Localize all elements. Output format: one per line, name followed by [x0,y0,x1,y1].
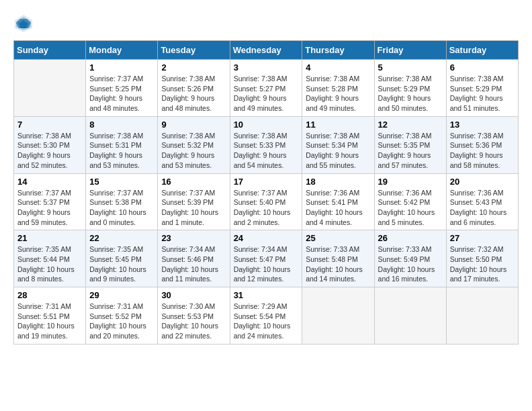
calendar-cell: 28Sunrise: 7:31 AMSunset: 5:51 PMDayligh… [14,287,86,345]
day-number: 18 [306,177,370,187]
calendar-cell [14,60,86,117]
calendar-cell: 16Sunrise: 7:37 AMSunset: 5:39 PMDayligh… [158,173,230,230]
day-info: Sunrise: 7:38 AMSunset: 5:26 PMDaylight:… [161,74,226,113]
day-info: Sunrise: 7:37 AMSunset: 5:40 PMDaylight:… [234,188,299,228]
day-number: 27 [450,233,515,243]
day-info: Sunrise: 7:31 AMSunset: 5:51 PMDaylight:… [17,302,82,341]
day-number: 25 [306,233,370,243]
day-info: Sunrise: 7:31 AMSunset: 5:52 PMDaylight:… [89,302,154,341]
day-number: 14 [17,177,82,187]
day-info: Sunrise: 7:36 AMSunset: 5:41 PMDaylight:… [306,188,370,228]
week-row-1: 1Sunrise: 7:37 AMSunset: 5:25 PMDaylight… [14,60,519,117]
day-number: 7 [17,120,82,130]
day-info: Sunrise: 7:38 AMSunset: 5:33 PMDaylight:… [234,131,299,171]
day-number: 8 [89,120,154,130]
day-number: 19 [378,177,443,187]
weekday-header-saturday: Saturday [446,41,518,60]
calendar-cell: 6Sunrise: 7:38 AMSunset: 5:29 PMDaylight… [446,60,518,117]
day-info: Sunrise: 7:37 AMSunset: 5:25 PMDaylight:… [89,74,154,113]
day-number: 24 [234,233,299,243]
weekday-header-wednesday: Wednesday [230,41,302,60]
calendar-body: 1Sunrise: 7:37 AMSunset: 5:25 PMDaylight… [14,60,519,345]
day-number: 13 [450,120,515,130]
day-info: Sunrise: 7:36 AMSunset: 5:43 PMDaylight:… [450,188,515,228]
day-info: Sunrise: 7:38 AMSunset: 5:31 PMDaylight:… [89,131,154,171]
logo [13,13,36,34]
day-info: Sunrise: 7:35 AMSunset: 5:45 PMDaylight:… [89,244,154,284]
weekday-header-friday: Friday [374,41,446,60]
day-number: 10 [234,120,299,130]
calendar-cell: 7Sunrise: 7:38 AMSunset: 5:30 PMDaylight… [14,116,86,173]
day-info: Sunrise: 7:38 AMSunset: 5:29 PMDaylight:… [450,74,515,113]
day-number: 5 [378,62,443,73]
day-number: 16 [161,177,226,187]
day-info: Sunrise: 7:37 AMSunset: 5:38 PMDaylight:… [89,188,154,228]
header-row: SundayMondayTuesdayWednesdayThursdayFrid… [14,41,519,60]
calendar-cell [302,287,374,345]
week-row-4: 21Sunrise: 7:35 AMSunset: 5:44 PMDayligh… [14,230,519,287]
calendar-cell: 30Sunrise: 7:30 AMSunset: 5:53 PMDayligh… [158,287,230,345]
day-info: Sunrise: 7:38 AMSunset: 5:35 PMDaylight:… [378,131,443,171]
day-info: Sunrise: 7:30 AMSunset: 5:53 PMDaylight:… [161,302,226,341]
day-info: Sunrise: 7:38 AMSunset: 5:36 PMDaylight:… [450,131,515,171]
calendar-cell: 19Sunrise: 7:36 AMSunset: 5:42 PMDayligh… [374,173,446,230]
day-info: Sunrise: 7:37 AMSunset: 5:39 PMDaylight:… [161,188,226,228]
calendar-header: SundayMondayTuesdayWednesdayThursdayFrid… [14,41,519,60]
calendar-cell: 9Sunrise: 7:38 AMSunset: 5:32 PMDaylight… [158,116,230,173]
day-number: 23 [161,233,226,243]
week-row-3: 14Sunrise: 7:37 AMSunset: 5:37 PMDayligh… [14,173,519,230]
day-info: Sunrise: 7:34 AMSunset: 5:46 PMDaylight:… [161,244,226,284]
calendar-cell: 18Sunrise: 7:36 AMSunset: 5:41 PMDayligh… [302,173,374,230]
day-info: Sunrise: 7:38 AMSunset: 5:34 PMDaylight:… [306,131,370,171]
day-number: 15 [89,177,154,187]
calendar-cell [446,287,518,345]
calendar-cell: 8Sunrise: 7:38 AMSunset: 5:31 PMDaylight… [86,116,158,173]
calendar-cell: 23Sunrise: 7:34 AMSunset: 5:46 PMDayligh… [158,230,230,287]
day-info: Sunrise: 7:33 AMSunset: 5:49 PMDaylight:… [378,244,443,284]
day-number: 1 [89,62,154,73]
day-number: 26 [378,233,443,243]
day-info: Sunrise: 7:37 AMSunset: 5:37 PMDaylight:… [17,188,82,228]
day-number: 29 [89,290,154,300]
day-number: 3 [234,62,299,73]
day-info: Sunrise: 7:34 AMSunset: 5:47 PMDaylight:… [234,244,299,284]
calendar-cell: 10Sunrise: 7:38 AMSunset: 5:33 PMDayligh… [230,116,302,173]
day-info: Sunrise: 7:32 AMSunset: 5:50 PMDaylight:… [450,244,515,284]
calendar-cell: 5Sunrise: 7:38 AMSunset: 5:29 PMDaylight… [374,60,446,117]
day-info: Sunrise: 7:38 AMSunset: 5:29 PMDaylight:… [378,74,443,113]
day-number: 2 [161,62,226,73]
day-number: 4 [306,62,370,73]
day-info: Sunrise: 7:38 AMSunset: 5:27 PMDaylight:… [234,74,299,113]
day-number: 6 [450,62,515,73]
calendar-cell: 29Sunrise: 7:31 AMSunset: 5:52 PMDayligh… [86,287,158,345]
calendar-cell: 22Sunrise: 7:35 AMSunset: 5:45 PMDayligh… [86,230,158,287]
page-header [13,13,519,34]
day-number: 31 [234,290,299,300]
weekday-header-thursday: Thursday [302,41,374,60]
calendar-cell: 20Sunrise: 7:36 AMSunset: 5:43 PMDayligh… [446,173,518,230]
day-number: 20 [450,177,515,187]
day-info: Sunrise: 7:36 AMSunset: 5:42 PMDaylight:… [378,188,443,228]
day-info: Sunrise: 7:35 AMSunset: 5:44 PMDaylight:… [17,244,82,284]
calendar-cell: 1Sunrise: 7:37 AMSunset: 5:25 PMDaylight… [86,60,158,117]
day-number: 12 [378,120,443,130]
calendar-cell: 27Sunrise: 7:32 AMSunset: 5:50 PMDayligh… [446,230,518,287]
calendar-cell: 24Sunrise: 7:34 AMSunset: 5:47 PMDayligh… [230,230,302,287]
day-info: Sunrise: 7:38 AMSunset: 5:32 PMDaylight:… [161,131,226,171]
day-info: Sunrise: 7:38 AMSunset: 5:30 PMDaylight:… [17,131,82,171]
calendar-cell: 21Sunrise: 7:35 AMSunset: 5:44 PMDayligh… [14,230,86,287]
weekday-header-tuesday: Tuesday [158,41,230,60]
calendar-cell: 13Sunrise: 7:38 AMSunset: 5:36 PMDayligh… [446,116,518,173]
day-number: 28 [17,290,82,300]
calendar-cell: 15Sunrise: 7:37 AMSunset: 5:38 PMDayligh… [86,173,158,230]
calendar-cell: 3Sunrise: 7:38 AMSunset: 5:27 PMDaylight… [230,60,302,117]
calendar-cell: 12Sunrise: 7:38 AMSunset: 5:35 PMDayligh… [374,116,446,173]
calendar-table: SundayMondayTuesdayWednesdayThursdayFrid… [13,40,519,345]
day-info: Sunrise: 7:38 AMSunset: 5:28 PMDaylight:… [306,74,370,113]
day-number: 11 [306,120,370,130]
calendar-cell: 2Sunrise: 7:38 AMSunset: 5:26 PMDaylight… [158,60,230,117]
week-row-2: 7Sunrise: 7:38 AMSunset: 5:30 PMDaylight… [14,116,519,173]
weekday-header-monday: Monday [86,41,158,60]
calendar-cell: 26Sunrise: 7:33 AMSunset: 5:49 PMDayligh… [374,230,446,287]
calendar-cell: 25Sunrise: 7:33 AMSunset: 5:48 PMDayligh… [302,230,374,287]
